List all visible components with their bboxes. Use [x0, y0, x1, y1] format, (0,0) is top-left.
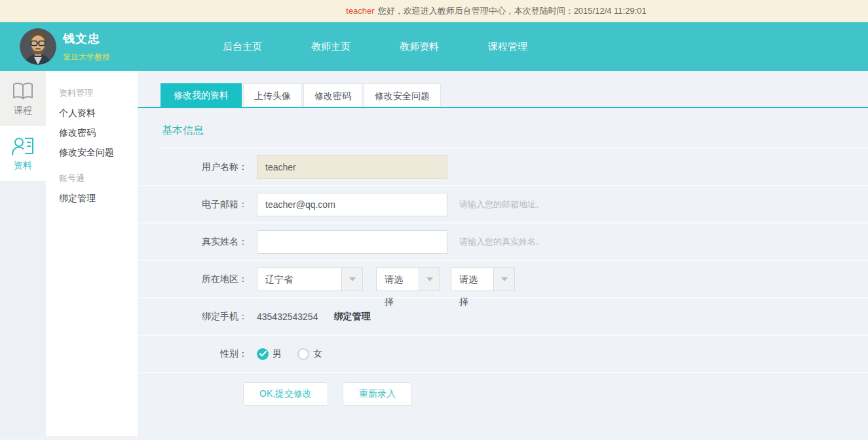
form-row-username: 用户名称： — [138, 149, 868, 186]
email-label: 电子邮箱： — [138, 199, 248, 210]
avatar-photo — [20, 28, 56, 65]
chevron-down-icon[interactable] — [341, 268, 362, 290]
gender-female-label: 女 — [313, 348, 322, 360]
gender-male-label: 男 — [273, 348, 282, 360]
book-icon — [11, 81, 35, 102]
menu-item-binding-management[interactable]: 绑定管理 — [59, 191, 138, 205]
realname-hint: 请输入您的真实姓名。 — [459, 236, 544, 248]
nav-item-backend-home[interactable]: 后台主页 — [223, 41, 262, 53]
menu-item-change-password[interactable]: 修改密码 — [59, 126, 138, 139]
email-hint: 请输入您的邮箱地址。 — [459, 199, 544, 210]
province-select[interactable]: 辽宁省 — [257, 268, 363, 291]
city-placeholder: 请选择 — [377, 268, 419, 290]
icon-sidebar: 课程 资料 — [0, 71, 46, 440]
reset-button[interactable]: 重新录入 — [343, 382, 412, 406]
main-nav: 后台主页 教师主页 教师资料 课程管理 — [223, 22, 527, 71]
chevron-down-icon[interactable] — [419, 268, 440, 290]
app-window: teacher 您好，欢迎进入教师后台管理中心，本次登陆时间：2015/12/4… — [0, 0, 868, 440]
nav-item-teacher-profile[interactable]: 教师资料 — [400, 41, 439, 53]
realname-label: 真实姓名： — [138, 236, 248, 248]
district-placeholder: 请选择 — [451, 268, 493, 290]
gender-option-male[interactable]: 男 — [257, 348, 282, 360]
form-row-region: 所在地区： 辽宁省 请选择 请选择 — [138, 261, 868, 298]
district-select[interactable]: 请选择 — [451, 268, 515, 291]
region-label: 所在地区： — [138, 273, 248, 285]
tab-change-security-question[interactable]: 修改安全问题 — [364, 83, 441, 107]
user-title: 复旦大学教授 — [63, 52, 110, 63]
nav-item-teacher-home[interactable]: 教师主页 — [311, 41, 350, 53]
sidebar-item-profile[interactable]: 资料 — [0, 126, 46, 181]
unchecked-radio-icon[interactable] — [297, 348, 309, 360]
form-actions: OK,提交修改 重新录入 — [138, 382, 868, 406]
section-title-basic-info: 基本信息 — [162, 124, 868, 138]
phone-label: 绑定手机： — [138, 311, 248, 323]
phone-number-value: 435432543254 — [257, 311, 318, 322]
menu-section-header-account: 账号通 — [59, 172, 138, 185]
binding-management-link[interactable]: 绑定管理 — [333, 311, 370, 323]
checked-radio-icon[interactable] — [257, 348, 269, 360]
submit-button[interactable]: OK,提交修改 — [243, 382, 328, 406]
avatar[interactable] — [20, 28, 56, 65]
gender-label: 性别： — [138, 348, 248, 360]
chevron-down-icon[interactable] — [493, 268, 514, 290]
city-select[interactable]: 请选择 — [376, 268, 440, 291]
tab-edit-profile[interactable]: 修改我的资料 — [160, 83, 242, 107]
nav-item-course-management[interactable]: 课程管理 — [488, 41, 527, 53]
menu-sidebar: 资料管理 个人资料 修改密码 修改安全问题 账号通 绑定管理 — [46, 71, 138, 436]
province-selected-value: 辽宁省 — [257, 268, 341, 290]
username-field — [257, 155, 447, 179]
welcome-message: 您好，欢迎进入教师后台管理中心，本次登陆时间：2015/12/4 11:29:0… — [378, 5, 647, 17]
menu-item-change-security-question[interactable]: 修改安全问题 — [59, 146, 138, 159]
menu-section-header-profile: 资料管理 — [59, 87, 138, 100]
user-identity: 钱文忠 复旦大学教授 — [63, 31, 110, 63]
form-row-gender: 性别： 男 女 — [138, 336, 868, 373]
profile-icon — [11, 136, 35, 157]
form-row-realname: 真实姓名： 请输入您的真实姓名。 — [138, 224, 868, 261]
menu-item-personal-profile[interactable]: 个人资料 — [59, 106, 138, 119]
form-row-email: 电子邮箱： 请输入您的邮箱地址。 — [138, 186, 868, 224]
sidebar-item-label: 课程 — [14, 105, 32, 117]
gender-option-female[interactable]: 女 — [297, 348, 322, 360]
main-content: 修改我的资料 上传头像 修改密码 修改安全问题 基本信息 用户名称： 电子邮箱：… — [138, 71, 868, 440]
sidebar-item-courses[interactable]: 课程 — [0, 71, 46, 126]
logged-in-username: teacher — [346, 6, 374, 16]
sidebar-item-label: 资料 — [14, 160, 32, 172]
bottom-strip — [0, 436, 868, 440]
form-row-phone: 绑定手机： 435432543254 绑定管理 — [138, 298, 868, 336]
user-name: 钱文忠 — [63, 31, 110, 47]
username-label: 用户名称： — [138, 161, 248, 173]
tab-change-password[interactable]: 修改密码 — [303, 83, 362, 107]
email-field[interactable] — [257, 193, 447, 216]
top-notice-bar: teacher 您好，欢迎进入教师后台管理中心，本次登陆时间：2015/12/4… — [0, 0, 868, 22]
tab-upload-avatar[interactable]: 上传头像 — [243, 83, 302, 107]
app-header: 钱文忠 复旦大学教授 后台主页 教师主页 教师资料 课程管理 — [0, 22, 868, 71]
realname-field[interactable] — [257, 230, 447, 254]
tab-bar: 修改我的资料 上传头像 修改密码 修改安全问题 — [138, 83, 868, 108]
